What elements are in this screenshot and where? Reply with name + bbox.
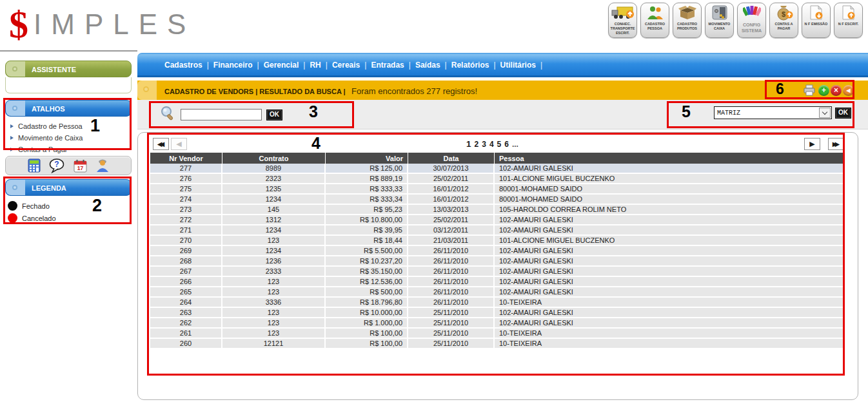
table-row[interactable]: 2681236R$ 10.237,2026/11/2010102-AMAURI … (150, 256, 844, 267)
cell-valor: R$ 39,95 (326, 225, 408, 236)
chevron-down-icon[interactable] (819, 108, 831, 118)
app-button-conhec-transporte-escrit[interactable]: CONHEC. TRANSPORTE ESCRIT. (608, 3, 637, 38)
print-icon[interactable] (803, 84, 816, 96)
last-page-button[interactable]: ▶▶ (828, 138, 844, 150)
sidebar-item-movimento-de-caixa[interactable]: Movimento de Caixa (10, 132, 132, 144)
cell-pessoa: 80001-MOHAMED SAIDO (495, 195, 844, 205)
record-action-buttons: +×◀ (803, 84, 854, 96)
app-button-label: CONHEC. TRANSPORTE ESCRIT. (609, 22, 636, 35)
menu-item-cadastros[interactable]: Cadastros (164, 61, 202, 70)
cell-valor: R$ 18,44 (326, 236, 408, 246)
first-page-button[interactable]: ◀◀ (153, 138, 169, 150)
results-panel: ◀◀ ◀ 123456... ▶ ▶▶ Nr VendorContratoVal… (137, 132, 858, 400)
results-table-header: Nr VendorContratoValorDataPessoa (150, 153, 844, 164)
page-number-6[interactable]: 6 (504, 140, 509, 149)
table-row[interactable]: 2672333R$ 35.150,0026/11/2010102-AMAURI … (150, 267, 844, 277)
table-row[interactable]: 261123R$ 100,0025/11/201010-TEIXEIRA (150, 329, 844, 339)
quick-tools-bar: ?17 (5, 156, 132, 175)
legend-label: Cancelado (22, 215, 56, 222)
user-icon[interactable] (95, 158, 110, 173)
sidebar-item-cadastro-de-pessoa[interactable]: Cadastro de Pessoa (10, 120, 132, 132)
app-button-movimento-caixa[interactable]: MOVIMENTO CAIXA (705, 3, 734, 38)
delete-icon[interactable]: × (831, 85, 842, 96)
table-row[interactable]: 262123R$ 1.000,0025/11/2010102-AMAURI GA… (150, 318, 844, 329)
app-button-n-f-emissa-o[interactable]: N F EMISSÃO (802, 3, 831, 38)
cell-contrato: 1235 (222, 184, 326, 195)
menu-separator: | (326, 61, 328, 70)
page-number-5[interactable]: 5 (497, 140, 502, 149)
menu-separator: | (445, 61, 447, 70)
tab-bullet-icon (12, 106, 17, 111)
calculator-icon[interactable] (28, 158, 41, 173)
page-number-4[interactable]: 4 (489, 140, 494, 149)
calendar-icon[interactable]: 17 (74, 159, 87, 173)
menu-item-utilita-rios[interactable]: Utilitários (500, 61, 536, 70)
cell-pessoa: 80001-MOHAMED SAIDO (495, 184, 844, 195)
column-header-data[interactable]: Data (408, 153, 495, 164)
legend-item-fechado: Fechado (8, 200, 132, 212)
app-button-label: MOVIMENTO CAIXA (705, 22, 733, 31)
sidebar-item-contas-a-pagar[interactable]: Contas a Pagar (10, 144, 132, 155)
app-button-label: N F ESCRIT. (838, 22, 859, 26)
cell-nr-vendor: 271 (150, 225, 222, 236)
table-row[interactable]: 270123R$ 18,4421/03/2011101-ALCIONE MIGU… (150, 236, 844, 246)
app-button-n-f-escrit[interactable]: N F ESCRIT. (834, 3, 863, 38)
back-icon[interactable]: ◀ (843, 85, 854, 96)
svg-text:$: $ (781, 10, 785, 18)
table-row[interactable]: 2643336R$ 18.796,8026/11/201010-TEIXEIRA (150, 298, 844, 308)
legenda-widget: LEGENDA FechadoCancelado (5, 179, 132, 224)
table-row[interactable]: 2762323R$ 889,1925/02/2011101-ALCIONE MI… (150, 174, 844, 184)
table-row[interactable]: 2751235R$ 333,3316/01/201280001-MOHAMED … (150, 184, 844, 195)
branch-ok-button[interactable]: OK (835, 108, 851, 119)
menu-item-cereais[interactable]: Cereais (332, 61, 360, 70)
branch-select[interactable]: MATRIZ (714, 106, 832, 119)
previous-page-button[interactable]: ◀ (171, 138, 187, 150)
column-header-pessoa[interactable]: Pessoa (495, 153, 844, 164)
table-row[interactable]: 2778989R$ 125,0030/07/2013102-AMAURI GAL… (150, 164, 844, 174)
cell-contrato: 2333 (222, 267, 326, 277)
search-ok-button[interactable]: OK (266, 110, 282, 120)
add-icon[interactable]: + (818, 85, 829, 96)
menu-item-relato-rios[interactable]: Relatórios (451, 61, 489, 70)
table-row[interactable]: 2741234R$ 333,3416/01/201280001-MOHAMED … (150, 195, 844, 205)
column-header-contrato[interactable]: Contrato (222, 153, 326, 164)
app-button-contas-a-pagar[interactable]: $CONTAS A PAGAR (769, 3, 798, 38)
table-row[interactable]: 2691234R$ 5.500,0026/11/2010102-AMAURI G… (150, 246, 844, 256)
truck-icon (611, 5, 635, 21)
cell-pessoa: 102-AMAURI GALESKI (495, 308, 844, 318)
cell-valor: R$ 125,00 (326, 164, 408, 174)
cell-valor: R$ 889,19 (326, 174, 408, 184)
help-icon[interactable]: ? (49, 158, 65, 173)
column-header-valor[interactable]: Valor (326, 153, 408, 164)
table-row[interactable]: 26012121R$ 100,0025/11/201010-TEIXEIRA (150, 339, 844, 349)
menu-item-entradas[interactable]: Entradas (371, 61, 404, 70)
page-number-2[interactable]: 2 (475, 140, 479, 149)
app-button-cadastro-pessoa[interactable]: CADASTRO PESSOA (640, 3, 669, 38)
app-button-cadastro-produtos[interactable]: CADASTRO PRODUTOS (673, 3, 702, 38)
menu-item-rh[interactable]: RH (310, 61, 321, 70)
cell-pessoa: 10-TEIXEIRA (495, 298, 844, 308)
next-page-button[interactable]: ▶ (804, 138, 820, 150)
table-row[interactable]: 266123R$ 12.536,0026/11/2010102-AMAURI G… (150, 277, 844, 287)
page-number-1[interactable]: 1 (466, 139, 471, 149)
assistente-content (5, 77, 132, 93)
cell-valor: R$ 18.796,80 (326, 298, 408, 308)
app-button-config-sistema[interactable]: CONFIG SISTEMA (737, 3, 766, 38)
cell-pessoa: 10-TEIXEIRA (495, 329, 844, 339)
table-row[interactable]: 2711234R$ 39,9503/12/2011102-AMAURI GALE… (150, 225, 844, 236)
table-row[interactable]: 273145R$ 95,2313/03/2013105-HAROLDO CORR… (150, 205, 844, 215)
cell-nr-vendor: 277 (150, 164, 222, 174)
menu-item-financeiro[interactable]: Financeiro (213, 61, 253, 70)
search-input[interactable] (181, 109, 262, 120)
results-table-body: 2778989R$ 125,0030/07/2013102-AMAURI GAL… (150, 164, 844, 349)
page-number-3[interactable]: 3 (482, 140, 486, 149)
nf-up-icon (840, 5, 857, 21)
table-row[interactable]: 265123R$ 500,0026/11/2010102-AMAURI GALE… (150, 287, 844, 298)
column-header-nr-vendor[interactable]: Nr Vendor (150, 153, 222, 164)
cell-data: 16/01/2012 (408, 195, 495, 205)
cell-nr-vendor: 272 (150, 215, 222, 225)
table-row[interactable]: 263123R$ 10.000,0025/11/2010102-AMAURI G… (150, 308, 844, 318)
menu-item-gerencial[interactable]: Gerencial (264, 61, 299, 70)
menu-item-sai-das[interactable]: Saídas (415, 61, 440, 70)
table-row[interactable]: 2721312R$ 10.800,0025/02/2011102-AMAURI … (150, 215, 844, 225)
